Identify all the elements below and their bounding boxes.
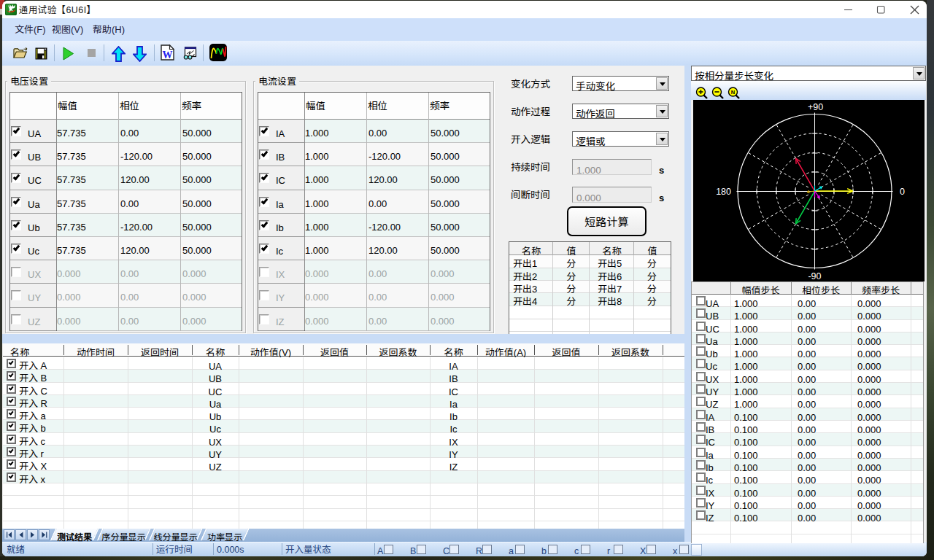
svg-text:0: 0 [900, 187, 905, 197]
svg-text:-90: -90 [808, 271, 821, 281]
svg-text:180: 180 [716, 187, 731, 197]
svg-text:+90: +90 [808, 102, 823, 112]
svg-text:N: N [731, 89, 735, 96]
svg-text:W: W [163, 50, 173, 61]
